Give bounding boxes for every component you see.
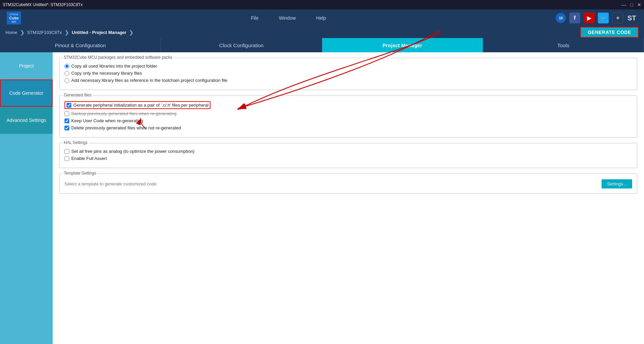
- main-layout: Project Code Generator Advanced Settings…: [0, 52, 644, 344]
- template-placeholder: Select a template to generate customized…: [65, 181, 157, 186]
- checkbox-peripheral-init-input[interactable]: [67, 103, 71, 108]
- twitter-icon[interactable]: 🐦: [598, 13, 609, 23]
- sidebar: Project Code Generator Advanced Settings: [0, 52, 53, 344]
- checkbox-keep-user-code-input[interactable]: [65, 119, 69, 123]
- tab-project-manager[interactable]: Project Manager: [322, 38, 483, 52]
- radio-copy-all-input[interactable]: [65, 64, 69, 69]
- breadcrumb: Home ❯ STM32F103C8Tx ❯ Untitled - Projec…: [0, 26, 644, 38]
- mcu-packages-section: STM32Cube MCU packages and embedded soft…: [59, 58, 637, 90]
- close-button[interactable]: ✕: [637, 2, 641, 7]
- breadcrumb-project[interactable]: Untitled - Project Manager: [72, 30, 126, 35]
- settings-button[interactable]: Settings...: [602, 179, 632, 188]
- peripheral-init-highlight: Generate peripheral initialization as a …: [65, 101, 210, 109]
- tab-clock[interactable]: Clock Configuration: [161, 38, 322, 52]
- template-settings-content: Select a template to generate customized…: [65, 179, 632, 188]
- app-title: STM32CubeMX Untitled*: STM32F103C8Tx: [3, 2, 82, 7]
- generated-files-section: Generated files Generate peripheral init…: [59, 95, 637, 138]
- checkbox-delete-generated-input[interactable]: [65, 126, 69, 130]
- menu-help[interactable]: Help: [316, 15, 326, 21]
- mcu-packages-title: STM32Cube MCU packages and embedded soft…: [62, 55, 174, 60]
- title-bar-left: STM32CubeMX Untitled*: STM32F103C8Tx: [3, 2, 82, 7]
- menu-window[interactable]: Window: [279, 15, 296, 21]
- menu-file[interactable]: File: [251, 15, 259, 21]
- hal-settings-section: HAL Settings Set all free pins as analog…: [59, 143, 637, 168]
- breadcrumb-arrow-3: ❯: [129, 29, 133, 36]
- radio-copy-necessary-input[interactable]: [65, 71, 69, 76]
- radio-copy-all[interactable]: Copy all used libraries into the project…: [65, 64, 632, 69]
- restore-button[interactable]: □: [630, 2, 633, 7]
- mcu-packages-content: Copy all used libraries into the project…: [65, 64, 632, 83]
- title-bar-controls[interactable]: — □ ✕: [622, 2, 641, 7]
- radio-add-reference-input[interactable]: [65, 78, 69, 83]
- generate-code-button[interactable]: GENERATE CODE: [580, 27, 639, 38]
- sidebar-item-advanced-settings[interactable]: Advanced Settings: [0, 107, 53, 134]
- generated-files-title: Generated files: [62, 93, 93, 97]
- youtube-icon[interactable]: ▶: [584, 13, 594, 23]
- logo-icon: STM32 Cube MX: [7, 12, 21, 24]
- breadcrumb-arrow-2: ❯: [65, 29, 69, 36]
- checkbox-backup[interactable]: Backup previously generated files when r…: [65, 111, 632, 116]
- generated-files-content: Generate peripheral initialization as a …: [65, 101, 632, 130]
- checkbox-analog-pins[interactable]: Set all free pins as analog (to optimize…: [65, 149, 632, 154]
- breadcrumb-device[interactable]: STM32F103C8Tx: [27, 30, 62, 35]
- tab-pinout[interactable]: Pinout & Configuration: [0, 38, 161, 52]
- checkbox-peripheral-init[interactable]: Generate peripheral initialization as a …: [65, 101, 632, 109]
- st-logo-icon[interactable]: ST: [626, 13, 637, 23]
- checkbox-keep-user-code[interactable]: Keep User Code when re-generating: [65, 118, 632, 123]
- checkbox-analog-pins-input[interactable]: [65, 149, 69, 154]
- facebook-icon[interactable]: f: [569, 13, 580, 23]
- menu-items: File Window Help: [41, 15, 535, 21]
- title-bar: STM32CubeMX Untitled*: STM32F103C8Tx — □…: [0, 0, 644, 10]
- breadcrumb-home[interactable]: Home: [5, 30, 17, 35]
- content-area: STM32Cube MCU packages and embedded soft…: [53, 52, 644, 344]
- breadcrumb-arrow-1: ❯: [20, 29, 24, 36]
- checkbox-delete-generated[interactable]: Delete previously generated files when n…: [65, 125, 632, 130]
- social-icons: 10 f ▶ 🐦 ✦ ST: [556, 13, 637, 23]
- checkbox-full-assert-input[interactable]: [65, 156, 69, 161]
- sidebar-item-project[interactable]: Project: [0, 52, 53, 79]
- template-settings-title: Template Settings: [62, 171, 97, 176]
- tab-bar: Pinout & Configuration Clock Configurati…: [0, 38, 644, 52]
- checkbox-full-assert[interactable]: Enable Full Assert: [65, 156, 632, 161]
- tab-tools[interactable]: Tools: [483, 38, 644, 52]
- radio-copy-necessary[interactable]: Copy only the necessary library files: [65, 71, 632, 76]
- hal-settings-content: Set all free pins as analog (to optimize…: [65, 149, 632, 161]
- checkbox-backup-input[interactable]: [65, 111, 69, 116]
- sidebar-item-code-generator[interactable]: Code Generator: [0, 79, 53, 107]
- radio-add-reference[interactable]: Add necessary library files as reference…: [65, 78, 632, 83]
- hal-settings-title: HAL Settings: [62, 140, 89, 145]
- network-icon[interactable]: ✦: [612, 13, 623, 23]
- anniversary-icon[interactable]: 10: [556, 13, 566, 23]
- app-logo: STM32 Cube MX: [7, 12, 21, 24]
- minimize-button[interactable]: —: [622, 2, 626, 7]
- template-settings-section: Template Settings Select a template to g…: [59, 174, 637, 194]
- menu-bar: STM32 Cube MX File Window Help 10 f ▶ 🐦 …: [0, 10, 644, 26]
